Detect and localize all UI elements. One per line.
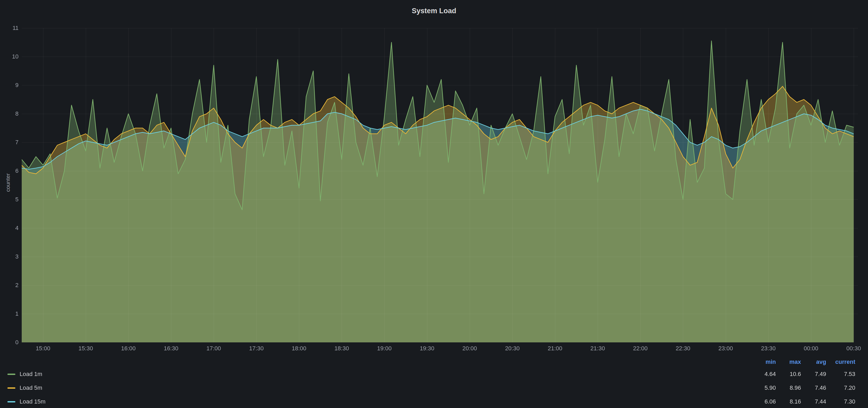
x-tick-label: 16:30 bbox=[155, 345, 187, 352]
legend-col-max[interactable]: max bbox=[776, 359, 801, 365]
stat-avg: 7.44 bbox=[801, 398, 826, 405]
y-tick-label: 10 bbox=[1, 53, 19, 60]
y-tick-label: 7 bbox=[1, 139, 19, 146]
y-tick-label: 8 bbox=[1, 110, 19, 117]
y-tick-label: 3 bbox=[1, 253, 19, 260]
stat-max: 10.6 bbox=[776, 371, 801, 378]
x-tick-label: 00:30 bbox=[838, 345, 868, 352]
x-tick-label: 18:00 bbox=[283, 345, 315, 352]
x-tick-label: 16:00 bbox=[113, 345, 144, 352]
series-name: Load 5m bbox=[20, 384, 42, 391]
legend-col-avg[interactable]: avg bbox=[801, 359, 826, 365]
x-tick-label: 00:00 bbox=[795, 345, 827, 352]
series-name: Load 1m bbox=[20, 371, 42, 378]
x-tick-label: 15:00 bbox=[27, 345, 59, 352]
y-tick-label: 4 bbox=[1, 225, 19, 232]
x-tick-label: 19:00 bbox=[369, 345, 400, 352]
x-tick-label: 17:00 bbox=[198, 345, 229, 352]
stat-max: 8.96 bbox=[776, 384, 801, 391]
x-tick-label: 22:30 bbox=[667, 345, 699, 352]
legend-series-load-1m[interactable]: Load 1m bbox=[7, 371, 749, 378]
x-tick-label: 21:00 bbox=[539, 345, 571, 352]
stat-min: 5.90 bbox=[749, 384, 776, 391]
stat-current: 7.30 bbox=[826, 398, 855, 405]
legend-series-load-5m[interactable]: Load 5m bbox=[7, 384, 749, 391]
y-tick-label: 11 bbox=[1, 25, 19, 32]
series-color-icon bbox=[7, 374, 16, 375]
load-chart[interactable] bbox=[22, 28, 858, 342]
x-tick-label: 19:30 bbox=[411, 345, 443, 352]
y-axis-label: counter bbox=[5, 173, 11, 192]
x-tick-label: 20:00 bbox=[454, 345, 486, 352]
panel-title[interactable]: System Load bbox=[412, 7, 456, 15]
y-tick-label: 0 bbox=[1, 339, 19, 346]
series-color-icon bbox=[7, 401, 16, 402]
stat-min: 6.06 bbox=[749, 398, 776, 405]
legend-row-load-15m: Load 15m 6.06 8.16 7.44 7.30 bbox=[0, 395, 868, 408]
legend-row-load-1m: Load 1m 4.64 10.6 7.49 7.53 bbox=[0, 367, 868, 381]
legend-col-min[interactable]: min bbox=[749, 359, 776, 365]
x-tick-label: 17:30 bbox=[241, 345, 272, 352]
x-tick-label: 18:30 bbox=[326, 345, 358, 352]
legend-row-load-5m: Load 5m 5.90 8.96 7.46 7.20 bbox=[0, 381, 868, 395]
stat-current: 7.20 bbox=[826, 384, 855, 391]
x-tick-label: 21:30 bbox=[582, 345, 614, 352]
stat-avg: 7.46 bbox=[801, 384, 826, 391]
legend: min max avg current Load 1m 4.64 10.6 7.… bbox=[0, 357, 868, 408]
series-color-icon bbox=[7, 387, 16, 389]
series-name: Load 15m bbox=[20, 398, 45, 405]
stat-avg: 7.49 bbox=[801, 371, 826, 378]
x-tick-label: 23:30 bbox=[752, 345, 784, 352]
x-tick-label: 22:00 bbox=[624, 345, 656, 352]
legend-series-load-15m[interactable]: Load 15m bbox=[7, 398, 749, 405]
stat-max: 8.16 bbox=[776, 398, 801, 405]
x-tick-label: 23:00 bbox=[710, 345, 742, 352]
y-tick-label: 9 bbox=[1, 82, 19, 89]
y-tick-label: 5 bbox=[1, 196, 19, 203]
x-tick-label: 15:30 bbox=[70, 345, 102, 352]
y-tick-label: 2 bbox=[1, 282, 19, 289]
stat-current: 7.53 bbox=[826, 371, 855, 378]
system-load-panel: System Load counter 01234567891011 15:00… bbox=[0, 0, 868, 408]
legend-header: min max avg current bbox=[0, 357, 868, 367]
y-tick-label: 1 bbox=[1, 310, 19, 317]
x-tick-label: 20:30 bbox=[496, 345, 528, 352]
legend-col-current[interactable]: current bbox=[826, 359, 855, 365]
stat-min: 4.64 bbox=[749, 371, 776, 378]
